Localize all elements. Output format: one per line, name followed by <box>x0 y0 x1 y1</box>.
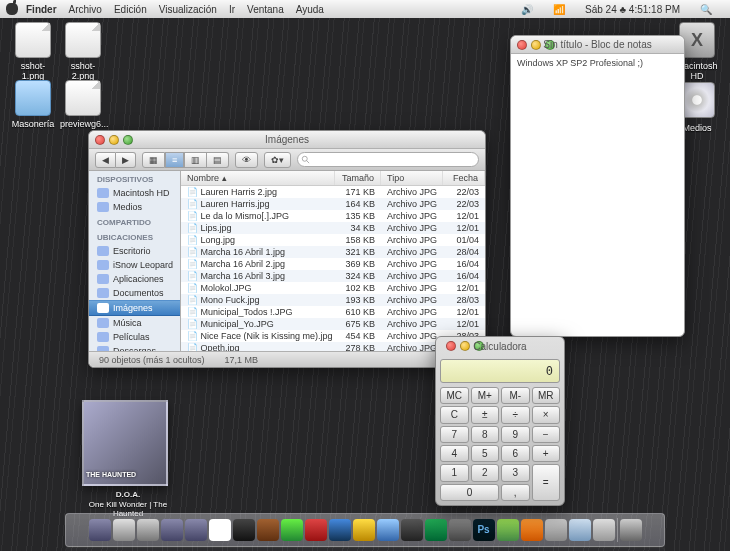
file-row[interactable]: 📄 Mono Fuck.jpg193 KBArchivo JPG28/03 <box>181 294 485 306</box>
desktop-icon[interactable]: sshot-1.png <box>8 22 58 82</box>
file-row[interactable]: 📄 Municipal_Todos !.JPG610 KBArchivo JPG… <box>181 306 485 318</box>
forward-button[interactable]: ▶ <box>116 152 136 168</box>
col-name-header[interactable]: Nombre ▴ <box>181 171 335 185</box>
file-row[interactable]: 📄 Long.jpg158 KBArchivo JPG01/04 <box>181 234 485 246</box>
apple-menu-icon[interactable] <box>6 3 18 15</box>
calc-key[interactable]: 0 <box>440 484 499 501</box>
dock-dashboard-icon[interactable] <box>113 519 135 541</box>
view-list-button[interactable]: ≡ <box>165 152 184 168</box>
close-button[interactable] <box>517 40 527 50</box>
calc-key[interactable]: 3 <box>501 464 530 481</box>
quicklook-button[interactable]: 👁 <box>235 152 258 168</box>
calc-key[interactable]: 9 <box>501 426 530 443</box>
menubar-clock[interactable]: Sáb 24 ♣ 4:51:18 PM <box>585 4 680 15</box>
desktop-icon[interactable]: sshot-2.png <box>58 22 108 82</box>
calc-key[interactable]: 5 <box>471 445 500 462</box>
now-playing-widget[interactable]: D.O.A. One Kill Wonder | The Haunted <box>82 400 174 519</box>
view-coverflow-button[interactable]: ▤ <box>207 152 229 168</box>
calc-key[interactable]: ÷ <box>501 406 530 423</box>
dock-app-icon[interactable] <box>593 519 615 541</box>
file-row[interactable]: 📄 Marcha 16 Abril 2.jpg369 KBArchivo JPG… <box>181 258 485 270</box>
dock-app-icon[interactable] <box>353 519 375 541</box>
dock-app-icon[interactable] <box>497 519 519 541</box>
spotlight-icon[interactable]: 🔍 <box>700 4 712 15</box>
calc-key[interactable]: ± <box>471 406 500 423</box>
file-row[interactable]: 📄 Marcha 16 Abril 3.jpg324 KBArchivo JPG… <box>181 270 485 282</box>
back-button[interactable]: ◀ <box>95 152 116 168</box>
calc-key[interactable]: 8 <box>471 426 500 443</box>
calc-key[interactable]: 7 <box>440 426 469 443</box>
file-row[interactable]: 📄 Marcha 16 Abril 1.jpg321 KBArchivo JPG… <box>181 246 485 258</box>
calc-key[interactable]: , <box>501 484 530 501</box>
wifi-icon[interactable]: 📶 <box>553 4 565 15</box>
minimize-button[interactable] <box>109 135 119 145</box>
minimize-button[interactable] <box>531 40 541 50</box>
sidebar-item[interactable]: Documentos <box>89 286 180 300</box>
dock-ical-icon[interactable] <box>209 519 231 541</box>
action-button[interactable]: ✿▾ <box>264 152 291 168</box>
menubar-app-name[interactable]: Finder <box>26 4 57 15</box>
sidebar-item[interactable]: Películas <box>89 330 180 344</box>
menu-ir[interactable]: Ir <box>229 4 235 15</box>
dock-app-icon[interactable] <box>377 519 399 541</box>
close-button[interactable] <box>446 341 456 351</box>
zoom-button[interactable] <box>545 40 555 50</box>
file-row[interactable]: 📄 Le da lo Mismo[.].JPG135 KBArchivo JPG… <box>181 210 485 222</box>
desktop-icon[interactable]: Masonería <box>8 80 58 130</box>
dock-app-icon[interactable] <box>425 519 447 541</box>
dock-app-icon[interactable] <box>281 519 303 541</box>
calc-key[interactable]: MR <box>532 387 561 404</box>
zoom-button[interactable] <box>123 135 133 145</box>
sidebar-item[interactable]: Descargas <box>89 344 180 351</box>
file-rows[interactable]: 📄 Lauren Harris 2.jpg171 KBArchivo JPG22… <box>181 186 485 351</box>
notes-titlebar[interactable]: Sin título - Bloc de notas <box>511 36 684 54</box>
calc-titlebar[interactable]: Calculadora <box>440 337 560 355</box>
volume-icon[interactable]: 🔊 <box>521 4 533 15</box>
col-date-header[interactable]: Fecha <box>443 171 485 185</box>
dock-app-icon[interactable] <box>329 519 351 541</box>
dock-app-icon[interactable] <box>545 519 567 541</box>
calc-key[interactable]: × <box>532 406 561 423</box>
dock-mail-icon[interactable] <box>161 519 183 541</box>
calc-key[interactable]: 2 <box>471 464 500 481</box>
menu-archivo[interactable]: Archivo <box>69 4 102 15</box>
dock-trash-icon[interactable] <box>620 519 642 541</box>
dock-app-icon[interactable] <box>137 519 159 541</box>
calc-key[interactable]: + <box>532 445 561 462</box>
sidebar-item[interactable]: Medios <box>89 200 180 214</box>
calc-key[interactable]: − <box>532 426 561 443</box>
zoom-button[interactable] <box>474 341 484 351</box>
finder-titlebar[interactable]: Imágenes <box>89 131 485 149</box>
menu-edicion[interactable]: Edición <box>114 4 147 15</box>
menu-visualizacion[interactable]: Visualización <box>159 4 217 15</box>
calc-key[interactable]: 1 <box>440 464 469 481</box>
menu-ventana[interactable]: Ventana <box>247 4 284 15</box>
dock-photoshop-icon[interactable]: Ps <box>473 519 495 541</box>
view-icons-button[interactable]: ▦ <box>142 152 165 168</box>
calc-key[interactable]: 4 <box>440 445 469 462</box>
calc-key[interactable]: C <box>440 406 469 423</box>
sidebar-item[interactable]: iSnow Leopard <box>89 258 180 272</box>
dock-app-icon[interactable] <box>569 519 591 541</box>
dock-safari-icon[interactable] <box>185 519 207 541</box>
desktop-icon[interactable]: previewg6... <box>58 80 108 130</box>
dock-app-icon[interactable] <box>305 519 327 541</box>
minimize-button[interactable] <box>460 341 470 351</box>
calc-key[interactable]: 6 <box>501 445 530 462</box>
notes-textarea[interactable]: Windows XP SP2 Profesional ;) <box>511 54 684 336</box>
file-row[interactable]: 📄 Molokol.JPG102 KBArchivo JPG12/01 <box>181 282 485 294</box>
file-row[interactable]: 📄 Lips.jpg34 KBArchivo JPG12/01 <box>181 222 485 234</box>
calc-key[interactable]: = <box>532 464 561 501</box>
dock-finder-icon[interactable] <box>89 519 111 541</box>
close-button[interactable] <box>95 135 105 145</box>
search-input[interactable] <box>297 152 479 167</box>
file-row[interactable]: 📄 Lauren Harris.jpg164 KBArchivo JPG22/0… <box>181 198 485 210</box>
dock-app-icon[interactable] <box>449 519 471 541</box>
view-columns-button[interactable]: ▥ <box>184 152 207 168</box>
file-row[interactable]: 📄 Lauren Harris 2.jpg171 KBArchivo JPG22… <box>181 186 485 198</box>
sidebar-item[interactable]: Escritorio <box>89 244 180 258</box>
col-type-header[interactable]: Tipo <box>381 171 443 185</box>
dock-addressbook-icon[interactable] <box>257 519 279 541</box>
dock-quicktime-icon[interactable] <box>233 519 255 541</box>
file-row[interactable]: 📄 Municipal_Yo.JPG675 KBArchivo JPG12/01 <box>181 318 485 330</box>
